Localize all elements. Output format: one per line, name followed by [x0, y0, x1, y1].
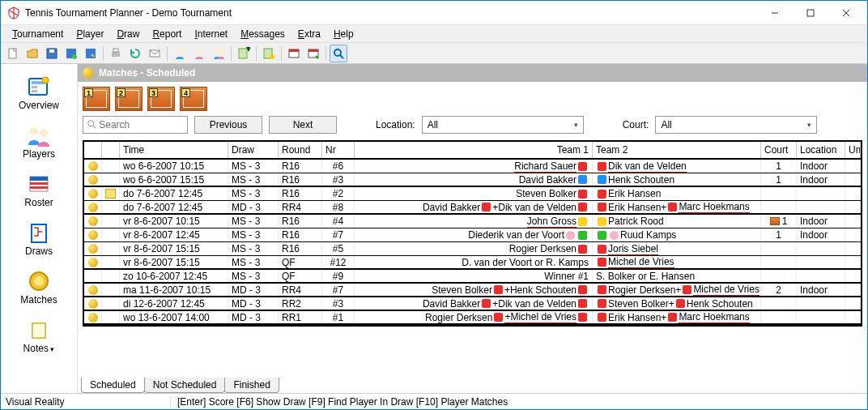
status-square: [494, 313, 503, 322]
sidebar-item-overview[interactable]: Overview: [1, 70, 77, 119]
refresh-icon[interactable]: [126, 45, 144, 62]
search-input[interactable]: [83, 116, 188, 134]
table-row[interactable]: wo 6-6-2007 15:15MS - 3R16#3David Bakker…: [84, 173, 861, 187]
restore-icon[interactable]: [82, 45, 100, 62]
player-name: Ruud Kamps: [620, 229, 676, 241]
player-group-icon[interactable]: [210, 45, 228, 62]
sidebar-item-draws[interactable]: Draws: [1, 216, 77, 265]
player-name: D. van der Voort or R. Kamps: [462, 257, 589, 268]
player-name: Erik Hansen+: [608, 312, 666, 323]
cell-draw: MS - 3: [228, 270, 279, 282]
cell-team2: S. Bolker or E. Hansen: [593, 270, 761, 282]
table-row[interactable]: do 7-6-2007 12:45MS - 3R16#2Steven Bolke…: [84, 187, 861, 201]
svg-line-26: [340, 55, 343, 58]
cell-time: wo 6-6-2007 15:15: [120, 173, 228, 186]
match-icon: [88, 189, 98, 199]
tab-not-scheduled[interactable]: Not Scheduled: [144, 378, 226, 393]
court-button-4[interactable]: 4: [180, 87, 207, 111]
cell-court: 1: [761, 160, 797, 173]
new-icon[interactable]: [4, 45, 22, 62]
status-square: [676, 299, 685, 308]
player-pink-icon[interactable]: [190, 45, 208, 62]
status-hint: [Enter] Score [F6] Show Draw [F9] Find P…: [171, 396, 508, 408]
next-button[interactable]: Next: [269, 116, 337, 134]
table-row[interactable]: do 7-6-2007 12:45MD - 3RR4#8David Bakker…: [84, 201, 861, 215]
col-header[interactable]: Umpire: [845, 142, 861, 158]
svg-rect-21: [289, 49, 299, 58]
svg-point-31: [42, 77, 49, 83]
cell-round: RR4: [279, 201, 322, 213]
save-icon[interactable]: [43, 45, 61, 62]
table-row[interactable]: vr 8-6-2007 15:15MS - 3QF#12D. van der V…: [84, 256, 861, 270]
menu-help[interactable]: Help: [327, 27, 360, 41]
cell-umpire: [845, 173, 861, 186]
sidebar-item-players[interactable]: Players: [1, 119, 77, 168]
schedule-icon[interactable]: [285, 45, 303, 62]
menu-messages[interactable]: Messages: [234, 27, 291, 41]
col-header[interactable]: [102, 142, 120, 158]
mail-icon[interactable]: [146, 45, 164, 62]
col-header[interactable]: Draw: [228, 142, 279, 158]
minimize-button[interactable]: [757, 2, 793, 24]
search-field[interactable]: [99, 119, 184, 130]
close-button[interactable]: [828, 2, 864, 24]
menu-draw[interactable]: Draw: [110, 27, 146, 41]
court-button-1[interactable]: 1: [83, 87, 110, 111]
search-icon[interactable]: [330, 45, 347, 62]
open-icon[interactable]: [23, 45, 41, 62]
match-icon: [88, 299, 98, 309]
cell-draw: MS - 3: [228, 160, 279, 173]
cell-draw: MS - 3: [228, 187, 279, 200]
sidebar-item-notes[interactable]: Notes: [1, 314, 77, 362]
table-row[interactable]: vr 8-6-2007 15:15MS - 3R16#5Rogier Derks…: [84, 242, 861, 256]
col-header[interactable]: Location: [797, 142, 845, 158]
svg-point-8: [72, 54, 77, 59]
col-header[interactable]: Court: [761, 142, 797, 158]
draw-edit-icon[interactable]: [260, 45, 278, 62]
print-icon[interactable]: [107, 45, 125, 62]
location-combo[interactable]: All ▾: [422, 116, 584, 134]
maximize-button[interactable]: [793, 2, 828, 24]
player-name: Rogier Derksen: [509, 243, 577, 254]
table-row[interactable]: di 12-6-2007 12:45MD - 3RR2#3David Bakke…: [84, 297, 861, 311]
court-button-2[interactable]: 2: [115, 87, 143, 111]
table-row[interactable]: ma 11-6-2007 10:15MD - 3RR4#7Steven Bolk…: [84, 284, 861, 297]
menu-extra[interactable]: Extra: [291, 27, 327, 41]
tab-scheduled[interactable]: Scheduled: [81, 378, 145, 393]
table-row[interactable]: vr 8-6-2007 10:15MS - 3R16#4John GrossPa…: [84, 215, 861, 228]
status-brand: Visual Reality: [1, 396, 171, 408]
court-button-3[interactable]: 3: [147, 87, 175, 111]
table-row[interactable]: wo 13-6-2007 14:00MD - 3RR1#1Rogier Derk…: [84, 311, 861, 325]
table-row[interactable]: zo 10-6-2007 12:45MS - 3QF#9Winner #1S. …: [84, 270, 861, 284]
sidebar-item-roster[interactable]: Roster: [1, 168, 77, 216]
status-square: [578, 245, 587, 254]
menu-report[interactable]: Report: [146, 27, 188, 41]
court-combo[interactable]: All ▾: [655, 116, 817, 134]
sidebar-item-matches[interactable]: Matches: [1, 265, 77, 314]
table-row[interactable]: vr 8-6-2007 12:45MS - 3R16#7Diederik van…: [84, 228, 861, 242]
col-header[interactable]: Team 2: [593, 142, 761, 158]
sidebar-item-label: Overview: [19, 100, 59, 111]
menu-internet[interactable]: Internet: [188, 27, 234, 41]
col-header[interactable]: Round: [279, 142, 322, 158]
menu-player[interactable]: Player: [70, 27, 110, 41]
tab-finished[interactable]: Finished: [224, 378, 279, 393]
svg-rect-23: [308, 49, 318, 58]
table-row[interactable]: wo 6-6-2007 10:15MS - 3R16#6Richard Saue…: [84, 160, 861, 173]
col-header[interactable]: Time: [120, 142, 228, 158]
cell-nr: #3: [322, 173, 355, 186]
draw-add-icon[interactable]: ▾: [235, 45, 253, 62]
previous-button[interactable]: Previous: [194, 116, 262, 134]
col-header[interactable]: Team 1: [355, 142, 593, 158]
player-name: David Bakker: [423, 202, 480, 213]
col-header[interactable]: Nr: [322, 142, 355, 158]
backup-icon[interactable]: [62, 45, 80, 62]
col-header[interactable]: [84, 142, 102, 158]
svg-rect-43: [32, 323, 45, 338]
cell-time: di 12-6-2007 12:45: [120, 297, 228, 310]
cell-umpire: [845, 228, 861, 241]
player-blue-icon[interactable]: [171, 45, 189, 62]
svg-point-41: [34, 276, 44, 286]
schedule-run-icon[interactable]: [304, 45, 322, 62]
menu-tournament[interactable]: Tournament: [6, 27, 70, 41]
